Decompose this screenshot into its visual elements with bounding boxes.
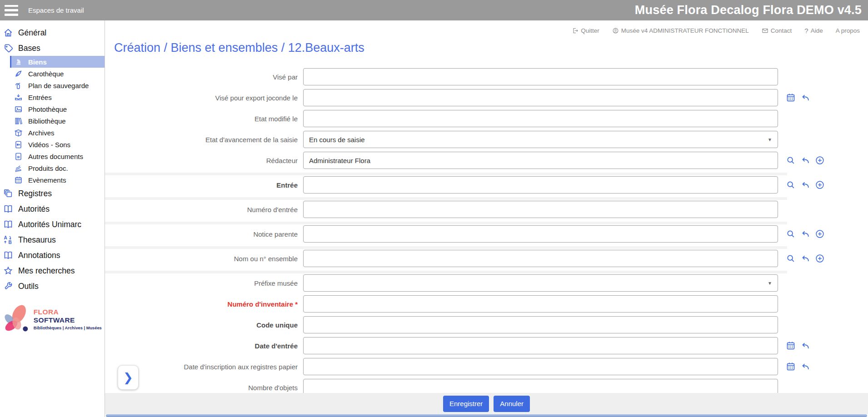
star-icon	[3, 266, 14, 276]
logo-tagline: Bibliothèques | Archives | Musées	[34, 326, 102, 330]
sidebar-item-general[interactable]: Général	[0, 25, 105, 40]
date-inscription-registres-input[interactable]	[303, 358, 778, 375]
sidebar-item-annotations[interactable]: Annotations	[0, 248, 105, 263]
entree-input[interactable]	[303, 176, 778, 194]
redacteur-label: Rédacteur	[114, 157, 303, 164]
plus-circle-icon[interactable]	[815, 180, 825, 190]
translate-ab-icon	[3, 235, 14, 245]
sidebar-item-label: Entrées	[28, 94, 52, 101]
expand-panel-button[interactable]: ❯	[118, 365, 139, 390]
sidebar-item-plan-de-sauvegarde[interactable]: Plan de sauvegarde	[10, 79, 105, 91]
sidebar-item-bases[interactable]: Bases	[0, 40, 105, 56]
numero-entree-input[interactable]	[303, 201, 778, 218]
form-row-date-inscription-registres: Date d'inscription aux registres papier	[105, 358, 868, 375]
sidebar-item-videos-sons[interactable]: Vidéos - Sons	[10, 139, 105, 150]
plus-circle-icon[interactable]	[815, 229, 825, 239]
menu-hamburger-icon[interactable]	[5, 5, 18, 16]
prefixe-musee-select[interactable]: ▼	[303, 274, 778, 292]
undo-icon[interactable]	[800, 180, 810, 190]
sidebar-item-autorites-unimarc[interactable]: Autorités Unimarc	[0, 217, 105, 232]
current-user-link[interactable]: Musée v4 ADMINISTRATEUR FONCTIONNEL	[612, 27, 749, 34]
nombre-objets-input[interactable]	[303, 379, 778, 393]
calendar-icon[interactable]	[786, 362, 796, 372]
sidebar-item-label: Bases	[18, 44, 40, 53]
logo-brand-secondary: SOFTWARE	[34, 316, 75, 324]
date-entree-input[interactable]	[303, 337, 778, 354]
undo-icon[interactable]	[800, 341, 810, 351]
form-scroll-area: Quitter Musée v4 ADMINISTRATEUR FONCTION…	[105, 20, 868, 393]
sidebar-item-autorites[interactable]: Autorités	[0, 201, 105, 217]
search-icon[interactable]	[786, 253, 796, 263]
search-icon[interactable]	[786, 155, 796, 165]
vise-par-label: Visé par	[114, 73, 303, 81]
search-icon[interactable]	[786, 229, 796, 239]
form-row-etat-modifie: Etat modifié le	[105, 110, 868, 127]
sidebar-item-phototheque[interactable]: Photothèque	[10, 103, 105, 115]
sidebar-item-mes-recherches[interactable]: Mes recherches	[0, 263, 105, 278]
calendar-icon[interactable]	[786, 93, 796, 103]
redacteur-input[interactable]	[303, 152, 778, 169]
etat-modifie-label: Etat modifié le	[114, 115, 303, 123]
date-entree-label: Date d'entrée	[114, 342, 303, 350]
form-row-date-entree: Date d'entrée	[105, 337, 868, 354]
sidebar-item-entrees[interactable]: Entrées	[10, 91, 105, 103]
quit-link[interactable]: Quitter	[572, 27, 599, 34]
sidebar-item-biens[interactable]: Biens	[10, 56, 105, 68]
selection-accent	[10, 56, 11, 68]
sidebar-item-evenements[interactable]: Evènements	[10, 174, 105, 186]
sidebar-item-carotheque[interactable]: Carothèque	[10, 68, 105, 79]
workspaces-label[interactable]: Espaces de travail	[28, 6, 84, 14]
caret-down-icon: ▼	[768, 281, 772, 286]
vise-par-input[interactable]	[303, 68, 778, 85]
contact-link[interactable]: Contact	[762, 27, 792, 34]
paper-stack-icon	[13, 164, 24, 173]
library-icon	[13, 117, 24, 125]
help-link[interactable]: ? Aide	[804, 27, 823, 35]
plus-circle-icon[interactable]	[815, 253, 825, 263]
document-icon	[13, 152, 24, 161]
calendar-icon[interactable]	[786, 341, 796, 351]
footer-action-bar: Enregistrer Annuler	[105, 393, 868, 414]
undo-icon[interactable]	[800, 253, 810, 263]
sidebar-item-registres[interactable]: Registres	[0, 186, 105, 201]
cancel-button[interactable]: Annuler	[494, 396, 530, 412]
prefixe-musee-label: Préfixe musée	[114, 279, 303, 287]
horizontal-scrollbar[interactable]	[106, 414, 867, 417]
undo-icon[interactable]	[800, 362, 810, 372]
etat-modifie-input[interactable]	[303, 110, 778, 127]
notice-parente-input[interactable]	[303, 225, 778, 243]
etat-avancement-value: En cours de saisie	[309, 136, 365, 144]
fire-extinguisher-icon	[13, 81, 24, 90]
nombre-objets-label: Nombre d'objets	[114, 384, 303, 392]
sidebar-item-autres-documents[interactable]: Autres documents	[10, 150, 105, 162]
search-icon[interactable]	[786, 180, 796, 190]
vise-export-joconde-input[interactable]	[303, 89, 778, 106]
row-separator	[105, 222, 787, 224]
sidebar-item-label: Bibliothèque	[28, 117, 66, 125]
sidebar-item-produits-doc[interactable]: Produits doc.	[10, 162, 105, 174]
user-circle-icon	[612, 27, 619, 34]
form-row-etat-avancement: Etat d'avancement de la saisie En cours …	[105, 131, 868, 148]
undo-icon[interactable]	[800, 155, 810, 165]
sidebar-item-archives[interactable]: Archives	[10, 127, 105, 139]
save-button[interactable]: Enregistrer	[443, 396, 489, 412]
form-row-notice-parente: Notice parente	[105, 225, 868, 243]
nom-ensemble-input[interactable]	[303, 250, 778, 267]
undo-icon[interactable]	[800, 93, 810, 103]
sidebar-item-bibliotheque[interactable]: Bibliothèque	[10, 115, 105, 127]
undo-icon[interactable]	[800, 229, 810, 239]
about-link[interactable]: A propos	[836, 27, 860, 34]
sidebar-item-thesaurus[interactable]: Thesaurus	[0, 232, 105, 248]
flora-flower-icon	[2, 302, 31, 336]
sidebar: Général Bases Biens Carothèque Plan de s…	[0, 20, 105, 417]
sidebar-item-label: Autorités Unimarc	[18, 220, 81, 229]
plus-circle-icon[interactable]	[815, 155, 825, 165]
code-unique-input[interactable]	[303, 316, 778, 333]
sidebar-item-outils[interactable]: Outils	[0, 278, 105, 294]
numero-inventaire-input[interactable]	[303, 295, 778, 313]
etat-avancement-select[interactable]: En cours de saisie ▼	[303, 131, 778, 148]
date-inscription-registres-label: Date d'inscription aux registres papier	[114, 363, 303, 371]
row-separator	[105, 197, 787, 200]
sidebar-item-label: Plan de sauvegarde	[28, 82, 89, 89]
sidebar-item-label: Mes recherches	[18, 266, 75, 276]
